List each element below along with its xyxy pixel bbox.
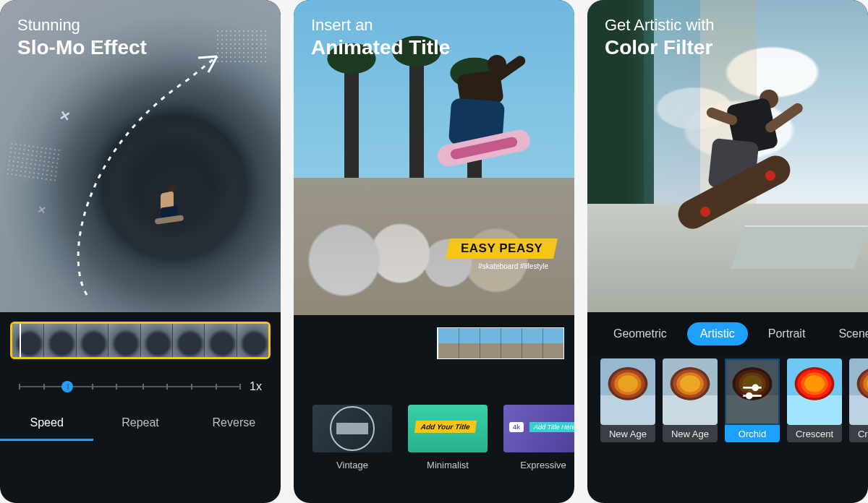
headline-small: Get Artistic with [605,16,851,35]
sliders-icon [725,358,780,425]
x-mark-icon: ✕ [36,203,47,216]
svg-point-1 [753,385,758,390]
title-template-label: Vintage [336,460,368,470]
slider-tick [239,384,241,390]
timeline-thumb [501,328,522,358]
headline-small: Insert an [311,16,557,35]
filter-crescent[interactable]: Crescent [787,358,842,442]
timeline-thumb [44,324,76,357]
tab-repeat[interactable]: Repeat [93,405,187,441]
slider-tick [116,384,117,390]
headline: Get Artistic with Color Filter [605,16,851,59]
timeline-thumb [237,324,268,357]
category-geometric[interactable]: Geometric [600,322,680,345]
filter-thumb [600,358,655,425]
hero-preview: ✕ ✕ Stunning Slo-Mo Effect [0,0,281,312]
timeline-thumb [522,328,543,358]
title-preview: 4kAdd Title Here [503,405,574,452]
title-preview [312,405,392,452]
timeline[interactable] [294,315,574,371]
filter-crescent[interactable]: Crescent [849,358,868,442]
filter-thumb [663,358,718,425]
x-mark-icon: ✕ [58,108,72,126]
slider-tick [67,384,69,390]
title-preview: Add Your Title [408,405,488,452]
timeline-clip[interactable] [10,322,271,359]
tab-reverse[interactable]: Reverse [187,405,281,441]
category-artistic[interactable]: Artistic [687,322,748,345]
timeline-thumb [77,324,109,357]
headline-small: Stunning [17,16,263,35]
timeline-clip[interactable] [437,327,564,359]
panel-slo-mo: ✕ ✕ Stunning Slo-Mo Effect 1x SpeedRepea… [0,0,281,503]
panel-animated-title: EASY PEASY #skateboard #lifestyle Insert… [294,0,574,503]
timeline-thumb [543,328,563,358]
filter-thumb [787,358,842,425]
filter-thumb [849,358,868,425]
title-template-expressive[interactable]: 4kAdd Title HereExpressive [503,405,574,470]
panel-color-filter: Get Artistic with Color Filter Geometric… [587,0,868,503]
hero-preview: EASY PEASY #skateboard #lifestyle Insert… [294,0,574,315]
slider-tick [191,384,192,390]
slider-tick [142,384,144,390]
slider-tick [43,384,45,390]
headline-big: Color Filter [605,36,851,59]
skater-figure [437,65,545,188]
category-scenery[interactable]: Scenery [825,322,868,345]
timeline-thumb [12,324,44,357]
title-banner: EASY PEASY [446,238,558,259]
tab-speed[interactable]: Speed [0,405,93,441]
hero-preview: Get Artistic with Color Filter [587,0,868,312]
filter-label: Crescent [787,425,842,442]
title-template-label: Minimalist [427,460,469,470]
timeline-thumb [141,324,173,357]
timeline[interactable] [0,312,281,369]
filter-label: Orchid [725,425,780,442]
filter-category-tabs: GeometricArtisticPortraitSceneryFood [587,312,868,356]
hashtag-text: #skateboard #lifestyle [478,262,548,270]
skater-figure [153,188,187,228]
skater-figure [673,87,817,238]
filter-label: New Age [600,425,655,442]
svg-point-3 [746,393,752,398]
slider-tick [92,384,93,390]
title-template-vintage[interactable]: Vintage [312,405,392,470]
filter-new-age[interactable]: New Age [600,358,655,442]
decor-dots [5,141,60,184]
timeline-thumb [480,328,501,358]
filter-label: New Age [663,425,718,442]
speed-mode-tabs: SpeedRepeatReverse [0,405,281,441]
timeline-thumb [459,328,480,358]
headline-big: Animated Title [311,36,557,59]
headline-big: Slo-Mo Effect [17,36,263,59]
category-portrait[interactable]: Portrait [755,322,819,345]
title-template-row: VintageAdd Your TitleMinimalist4kAdd Tit… [294,371,574,503]
headline: Insert an Animated Title [311,16,557,59]
title-template-minimalist[interactable]: Add Your TitleMinimalist [408,405,488,470]
filter-preset-row: New AgeNew AgeOrchidCrescentCrescent [587,356,868,503]
filter-orchid[interactable]: Orchid [725,358,780,442]
slider-tick [166,384,168,390]
speed-slider-row: 1x [0,369,281,405]
filter-thumb [725,358,780,425]
timeline-thumb [173,324,205,357]
speed-value: 1x [250,380,262,393]
timeline-thumb [438,328,459,358]
filter-label: Crescent [849,425,868,442]
timeline-thumb [205,324,237,357]
title-template-label: Expressive [520,460,566,470]
filter-new-age[interactable]: New Age [663,358,718,442]
slider-tick [19,384,20,390]
speed-slider[interactable] [19,386,239,387]
headline: Stunning Slo-Mo Effect [17,16,263,59]
timeline-thumb [109,324,140,357]
slider-tick [216,384,217,390]
